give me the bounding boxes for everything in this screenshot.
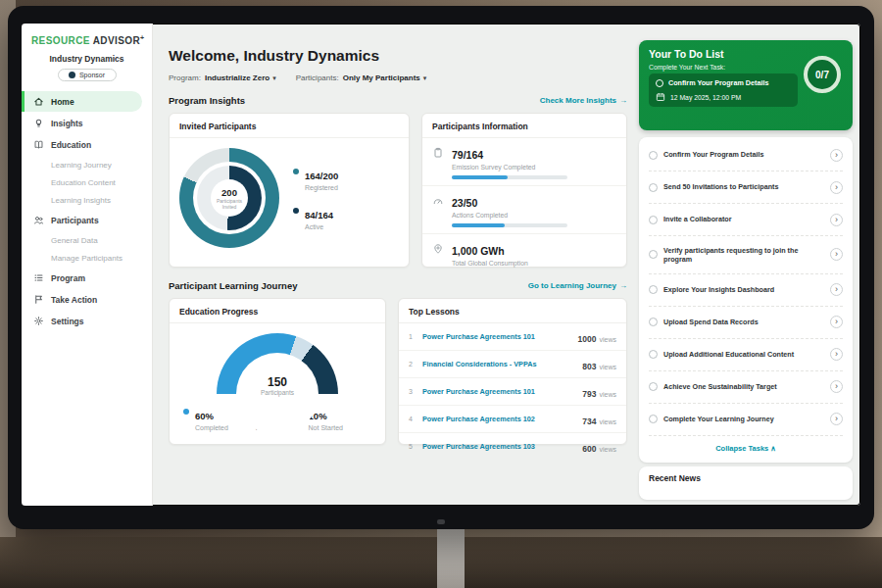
- chevron-right-icon[interactable]: ›: [830, 283, 843, 296]
- progress-bar-fill: [452, 223, 505, 227]
- sidebar-item-home[interactable]: Home: [22, 91, 142, 112]
- chevron-right-icon[interactable]: ›: [830, 316, 843, 328]
- sidebar-item-manage-participants[interactable]: Manage Participants: [22, 249, 152, 267]
- sponsor-icon: [69, 72, 75, 78]
- lesson-link[interactable]: Power Purchase Agreements 101: [422, 387, 576, 396]
- chevron-right-icon[interactable]: ›: [830, 214, 843, 226]
- home-icon: [33, 96, 44, 107]
- app-logo: RESOURCE ADVISOR+: [22, 24, 152, 48]
- sidebar-item-settings[interactable]: Settings: [22, 311, 152, 331]
- views-suffix: views: [599, 391, 616, 398]
- participants-filter[interactable]: Participants: Only My Participants ▾: [296, 74, 427, 82]
- learning-cards-row: Education Progress 150 Participants: [169, 298, 627, 445]
- lesson-link[interactable]: Power Purchase Agreements 103: [422, 442, 576, 451]
- info-label: Total Global Consumption: [452, 260, 528, 267]
- task-row[interactable]: Complete Your Learning Journey ›: [649, 404, 843, 436]
- legend-dot-registered: [293, 169, 299, 174]
- sidebar-item-general-data[interactable]: General Data: [22, 231, 152, 249]
- chevron-right-icon[interactable]: ›: [830, 181, 843, 194]
- views-suffix: views: [599, 336, 616, 343]
- recent-news-card[interactable]: Recent News: [639, 466, 853, 500]
- task-label: Invite a Collaborator: [663, 215, 824, 223]
- gear-icon: [33, 316, 44, 326]
- todo-tasks-card: Confirm Your Program Details › Send 50 I…: [639, 137, 853, 463]
- progress-bar-fill: [452, 175, 508, 179]
- participants-filter-label: Participants:: [296, 74, 339, 82]
- task-checkbox[interactable]: [656, 79, 663, 87]
- insights-cards-row: Invited Participants 200 Participants In…: [169, 113, 627, 268]
- task-label: Send 50 Invitations to Participants: [663, 182, 824, 191]
- chevron-down-icon: ▾: [272, 74, 276, 82]
- progress-bar: [452, 175, 567, 179]
- next-task-pill[interactable]: Confirm Your Program Details 12 May 2025…: [649, 74, 798, 107]
- progress-bar: [452, 223, 567, 227]
- lesson-link[interactable]: Financial Considerations - VPPAs: [422, 360, 576, 368]
- info-value: 1,000 GWh: [452, 245, 505, 257]
- main-content: Welcome, Industry Dynamics Program: Indu…: [153, 24, 639, 506]
- sidebar-item-learning-insights[interactable]: Learning Insights: [22, 191, 152, 209]
- program-filter-value: Industrialize Zero: [205, 74, 270, 82]
- task-checkbox[interactable]: [649, 183, 658, 192]
- task-checkbox[interactable]: [649, 151, 658, 160]
- task-checkbox[interactable]: [649, 415, 658, 423]
- section-title: Participant Learning Journey: [169, 280, 297, 291]
- task-checkbox[interactable]: [649, 382, 658, 391]
- arrow-right-icon: →: [619, 281, 627, 290]
- info-row-actions: 23/50 Actions Completed: [422, 186, 626, 234]
- task-checkbox[interactable]: [649, 250, 658, 259]
- check-more-insights-link[interactable]: Check More Insights→: [540, 96, 627, 105]
- collapse-tasks-button[interactable]: Collapse Tasks ∧: [649, 436, 843, 459]
- task-row[interactable]: Send 50 Invitations to Participants ›: [649, 172, 843, 204]
- gauge-center: 150 Participants: [217, 375, 338, 396]
- todo-summary-card: Your To Do List Complete Your Next Task:…: [639, 40, 853, 130]
- task-checkbox[interactable]: [649, 285, 658, 294]
- task-row[interactable]: Verify participants requesting to join t…: [649, 236, 843, 274]
- task-checkbox[interactable]: [649, 318, 658, 326]
- lesson-link[interactable]: Power Purchase Agreements 102: [422, 415, 576, 423]
- lesson-views: 734: [582, 416, 596, 426]
- task-row[interactable]: Explore Your Insights Dashboard ›: [649, 274, 843, 307]
- task-row[interactable]: Confirm Your Program Details ›: [649, 139, 843, 172]
- calendar-icon: [656, 92, 665, 102]
- chevron-right-icon[interactable]: ›: [830, 149, 843, 162]
- sidebar-item-program[interactable]: Program: [22, 268, 152, 288]
- task-checkbox[interactable]: [649, 350, 658, 359]
- learning-journey-header: Participant Learning Journey Go to Learn…: [169, 280, 627, 291]
- sidebar-item-label: Home: [51, 97, 74, 107]
- sponsor-badge[interactable]: Sponsor: [58, 69, 117, 81]
- sidebar-item-participants[interactable]: Participants: [22, 210, 152, 230]
- education-progress-card: Education Progress 150 Participants: [169, 298, 386, 445]
- lesson-row: 4 Power Purchase Agreements 102 734views: [399, 406, 626, 433]
- donut-center: 200 Participants Invited: [211, 179, 248, 217]
- chevron-right-icon[interactable]: ›: [830, 380, 843, 393]
- lesson-row: 2 Financial Considerations - VPPAs 803vi…: [399, 351, 626, 378]
- sidebar-item-education[interactable]: Education: [22, 134, 152, 155]
- list-icon: [33, 272, 44, 283]
- clipboard-icon: [432, 147, 444, 159]
- sidebar-item-take-action[interactable]: Take Action: [22, 289, 152, 310]
- legend-dot-active: [293, 208, 299, 214]
- go-to-learning-journey-link[interactable]: Go to Learning Journey→: [528, 281, 627, 290]
- card-title: Education Progress: [170, 299, 385, 323]
- chevron-right-icon[interactable]: ›: [830, 413, 843, 425]
- program-filter[interactable]: Program: Industrialize Zero ▾: [169, 74, 276, 82]
- chevron-right-icon[interactable]: ›: [830, 248, 843, 261]
- chevron-right-icon[interactable]: ›: [830, 348, 843, 361]
- arrow-right-icon: →: [619, 96, 627, 105]
- todo-panel: Your To Do List Complete Your Next Task:…: [639, 24, 860, 506]
- task-label: Complete Your Learning Journey: [663, 415, 824, 423]
- task-row[interactable]: Achieve One Sustainability Target ›: [649, 371, 843, 404]
- chevron-up-icon: ∧: [770, 444, 776, 453]
- task-row[interactable]: Upload Additional Educational Content ›: [649, 339, 843, 371]
- task-checkbox[interactable]: [649, 216, 658, 224]
- info-row-consumption: 1,000 GWh Total Global Consumption: [422, 234, 626, 272]
- sidebar-item-education-content[interactable]: Education Content: [22, 173, 152, 191]
- lesson-link[interactable]: Power Purchase Agreements 101: [422, 332, 572, 341]
- views-suffix: views: [599, 446, 616, 453]
- top-lessons-card: Top Lessons 1 Power Purchase Agreements …: [398, 298, 627, 445]
- task-row[interactable]: Invite a Collaborator ›: [649, 204, 843, 236]
- task-row[interactable]: Upload Spend Data Records ›: [649, 307, 843, 339]
- info-value: 23/50: [452, 197, 477, 209]
- sidebar-item-insights[interactable]: Insights: [22, 113, 152, 133]
- sidebar-item-learning-journey[interactable]: Learning Journey: [22, 156, 152, 173]
